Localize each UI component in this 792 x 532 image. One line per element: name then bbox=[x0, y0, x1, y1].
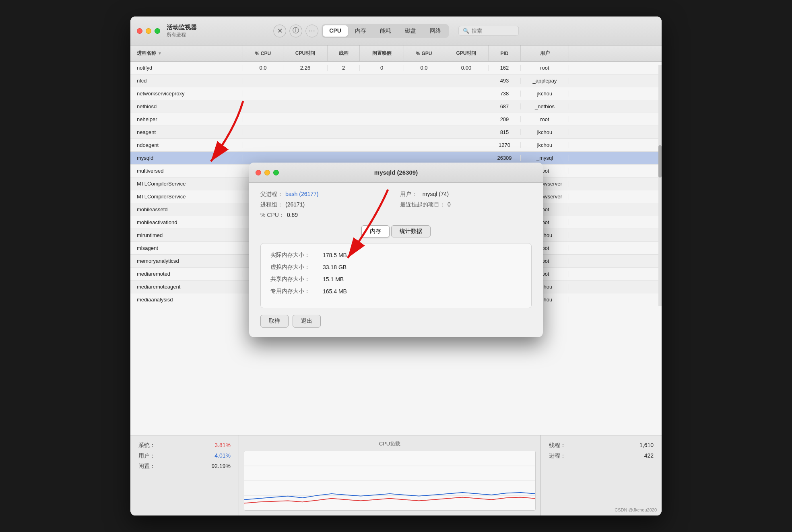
mem-private-value: 165.4 MB bbox=[323, 288, 347, 295]
modal-footer: 取样 退出 bbox=[260, 315, 532, 329]
recent-items-label: 最近挂起的项目： bbox=[400, 201, 445, 208]
mem-row-shared: 共享内存大小： 15.1 MB bbox=[270, 276, 522, 283]
process-group-label: 进程组： bbox=[260, 201, 283, 208]
mem-row-virtual: 虚拟内存大小： 33.18 GB bbox=[270, 264, 522, 271]
mem-shared-value: 15.1 MB bbox=[323, 276, 344, 282]
sample-button[interactable]: 取样 bbox=[260, 315, 289, 328]
mem-private-label: 专用内存大小： bbox=[270, 288, 323, 295]
parent-process-value[interactable]: bash (26177) bbox=[285, 191, 319, 197]
modal-info-grid: 父进程： bash (26177) 用户： _mysql (74) 进程组： (… bbox=[260, 191, 532, 219]
modal-tab-stats[interactable]: 统计数据 bbox=[391, 225, 431, 237]
recent-items-value: 0 bbox=[448, 201, 451, 208]
app-window: 活动监视器 所有进程 ✕ ⓘ ⋯ CPU 内存 能耗 磁盘 网络 🔍 进程名称 … bbox=[130, 16, 662, 516]
mem-actual-value: 178.5 MB bbox=[323, 252, 347, 258]
mem-virtual-label: 虚拟内存大小： bbox=[270, 264, 323, 271]
mem-row-private: 专用内存大小： 165.4 MB bbox=[270, 288, 522, 295]
modal-close-button[interactable] bbox=[256, 170, 261, 175]
mem-virtual-value: 33.18 GB bbox=[323, 264, 346, 270]
modal-maximize-button[interactable] bbox=[273, 170, 279, 175]
modal-tab-memory[interactable]: 内存 bbox=[361, 225, 390, 237]
modal-traffic-lights bbox=[256, 170, 279, 175]
mem-row-actual: 实际内存大小： 178.5 MB bbox=[270, 252, 522, 259]
mem-actual-label: 实际内存大小： bbox=[270, 252, 323, 259]
cpu-value: 0.69 bbox=[287, 212, 298, 218]
modal-tabs: 内存 统计数据 bbox=[260, 225, 532, 237]
parent-process-row: 父进程： bash (26177) bbox=[260, 191, 392, 198]
mem-shared-label: 共享内存大小： bbox=[270, 276, 323, 283]
quit-button[interactable]: 退出 bbox=[293, 315, 321, 328]
user-row: 用户： _mysql (74) bbox=[400, 191, 532, 198]
modal-content-area: 实际内存大小： 178.5 MB 虚拟内存大小： 33.18 GB 共享内存大小… bbox=[260, 243, 532, 308]
process-info-modal: mysqld (26309) 父进程： bash (26177) 用户： _my… bbox=[249, 163, 543, 337]
watermark: CSDN @Jkchou2020 bbox=[615, 507, 657, 512]
recent-items-row: 最近挂起的项目： 0 bbox=[400, 201, 532, 208]
user-value: _mysql (74) bbox=[419, 191, 449, 197]
modal-title: mysqld (26309) bbox=[374, 169, 418, 176]
user-label-modal: 用户： bbox=[400, 191, 417, 198]
modal-minimize-button[interactable] bbox=[264, 170, 270, 175]
modal-titlebar: mysqld (26309) bbox=[249, 163, 543, 183]
process-group-value: (26171) bbox=[285, 201, 305, 208]
cpu-label-modal: % CPU： bbox=[260, 212, 285, 219]
modal-overlay: mysqld (26309) 父进程： bash (26177) 用户： _my… bbox=[130, 16, 662, 516]
parent-process-label: 父进程： bbox=[260, 191, 283, 198]
modal-body: 父进程： bash (26177) 用户： _mysql (74) 进程组： (… bbox=[249, 183, 543, 337]
process-group-row: 进程组： (26171) bbox=[260, 201, 392, 208]
cpu-row: % CPU： 0.69 bbox=[260, 212, 392, 219]
